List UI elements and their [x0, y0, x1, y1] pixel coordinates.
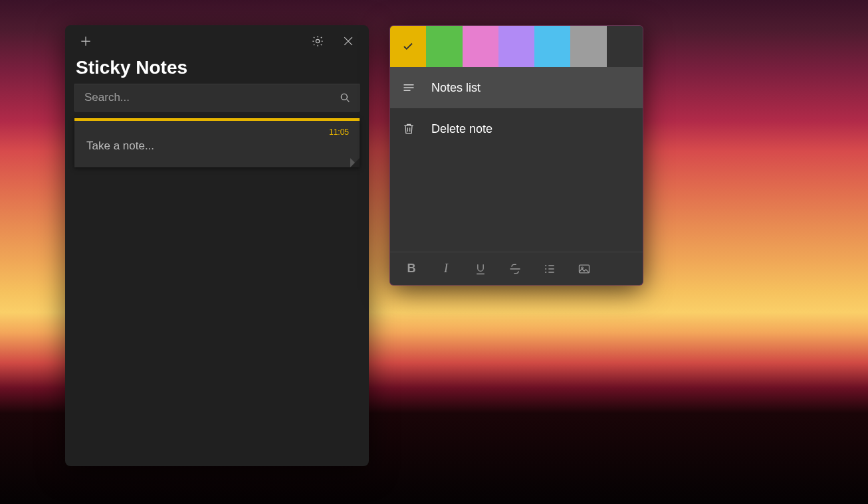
- svg-point-4: [545, 271, 546, 272]
- format-strikethrough-button[interactable]: [498, 252, 532, 286]
- format-italic-button[interactable]: I: [429, 252, 463, 286]
- list-icon: [402, 81, 415, 94]
- sticky-note-window: Notes list Delete note B I: [389, 25, 643, 286]
- note-timestamp: 11:05: [86, 127, 349, 137]
- format-underline-button[interactable]: [463, 252, 498, 286]
- close-icon: [342, 35, 355, 48]
- note-format-toolbar: B I: [390, 252, 643, 285]
- close-button[interactable]: [333, 26, 364, 56]
- color-swatch-purple[interactable]: [498, 26, 534, 67]
- svg-point-3: [545, 268, 546, 269]
- color-swatch-pink[interactable]: [463, 26, 498, 67]
- image-icon: [578, 262, 591, 276]
- color-swatch-green[interactable]: [426, 26, 462, 67]
- note-card[interactable]: 11:05 Take a note...: [74, 118, 360, 167]
- menu-item-notes-list[interactable]: Notes list: [390, 67, 643, 108]
- insert-image-button[interactable]: [567, 252, 601, 286]
- svg-point-2: [545, 264, 546, 266]
- bullet-list-icon: [543, 262, 556, 276]
- format-bold-button[interactable]: B: [394, 252, 429, 286]
- app-title: Sticky Notes: [65, 57, 369, 84]
- note-editor-body[interactable]: [390, 149, 643, 252]
- strikethrough-icon: [508, 262, 522, 276]
- format-bullets-button[interactable]: [532, 252, 567, 286]
- underline-icon: [474, 262, 487, 276]
- checkmark-icon: [402, 41, 414, 52]
- search-icon: [331, 84, 359, 112]
- color-swatch-charcoal[interactable]: [607, 26, 643, 67]
- search-field[interactable]: [74, 84, 360, 112]
- trash-icon: [402, 122, 415, 135]
- color-swatch-gray[interactable]: [570, 26, 606, 67]
- new-note-button[interactable]: [70, 26, 101, 56]
- menu-item-label: Notes list: [431, 81, 481, 95]
- note-color-picker: [390, 26, 643, 67]
- search-input[interactable]: [75, 84, 331, 111]
- gear-icon: [311, 35, 324, 48]
- note-preview-text: Take a note...: [86, 139, 349, 153]
- svg-point-0: [316, 39, 319, 42]
- color-swatch-blue[interactable]: [534, 26, 570, 67]
- settings-button[interactable]: [302, 26, 333, 56]
- plus-icon: [79, 35, 92, 48]
- menu-item-delete-note[interactable]: Delete note: [390, 108, 643, 149]
- svg-point-6: [582, 267, 584, 269]
- main-titlebar: [65, 25, 369, 57]
- svg-point-1: [341, 94, 347, 100]
- color-swatch-yellow[interactable]: [390, 26, 426, 67]
- note-fold-corner: [350, 158, 360, 167]
- sticky-notes-main-window: Sticky Notes 11:05 Take a note...: [65, 25, 369, 466]
- menu-item-label: Delete note: [431, 122, 492, 136]
